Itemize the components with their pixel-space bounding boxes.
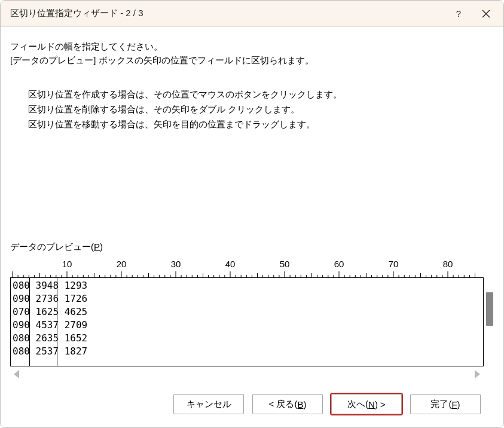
close-icon [482, 10, 490, 18]
instruction-line-1: フィールドの幅を指定してください。 [10, 41, 494, 53]
finish-button[interactable]: 完了(F) [410, 394, 481, 414]
ruler-number: 60 [334, 259, 344, 269]
preview-label: データのプレビュー(P) [10, 241, 494, 253]
ruler-number: 40 [225, 259, 236, 269]
cancel-button[interactable]: キャンセル [173, 394, 244, 414]
scroll-right-icon[interactable] [475, 370, 480, 378]
sub-instruction-3: 区切り位置を移動する場合は、矢印を目的の位置までドラッグします。 [28, 119, 494, 130]
preview-area-wrap: 1020304050607080 080 3948 1293 090 2736 … [10, 256, 494, 382]
ruler[interactable]: 1020304050607080 [10, 259, 484, 278]
instruction-line-2: [データのプレビュー] ボックスの矢印の位置でフィールドに区切られます。 [10, 55, 494, 66]
preview-area[interactable]: 1020304050607080 080 3948 1293 090 2736 … [10, 259, 494, 366]
next-button[interactable]: 次へ(N) > [331, 394, 402, 414]
instructions: フィールドの幅を指定してください。 [データのプレビュー] ボックスの矢印の位置… [10, 39, 494, 69]
ruler-number: 80 [443, 259, 453, 269]
footer: キャンセル < 戻る(B) 次へ(N) > 完了(F) [10, 382, 494, 427]
back-button[interactable]: < 戻る(B) [252, 394, 323, 414]
data-rows: 080 3948 1293 090 2736 1726 070 1625 462… [11, 278, 483, 358]
ruler-number: 50 [280, 259, 290, 269]
window-title: 区切り位置指定ウィザード - 2 / 3 [10, 8, 445, 19]
sub-instructions: 区切り位置を作成する場合は、その位置でマウスのボタンをクリックします。 区切り位… [10, 85, 494, 134]
scrollbar-thumb[interactable] [486, 292, 493, 326]
horizontal-scrollbar[interactable] [10, 370, 484, 382]
data-box[interactable]: 080 3948 1293 090 2736 1726 070 1625 462… [10, 278, 484, 366]
sub-instruction-2: 区切り位置を削除する場合は、その矢印をダブル クリックします。 [28, 104, 494, 115]
close-button[interactable] [472, 1, 500, 27]
wizard-dialog: 区切り位置指定ウィザード - 2 / 3 ? フィールドの幅を指定してください。… [0, 0, 504, 428]
sub-instruction-1: 区切り位置を作成する場合は、その位置でマウスのボタンをクリックします。 [28, 89, 494, 100]
title-bar: 区切り位置指定ウィザード - 2 / 3 ? [1, 1, 503, 27]
scroll-left-icon[interactable] [14, 370, 19, 378]
help-icon: ? [456, 8, 461, 19]
ruler-number: 10 [62, 259, 72, 269]
help-button[interactable]: ? [445, 1, 472, 27]
ruler-number: 20 [117, 259, 127, 269]
vertical-scrollbar[interactable] [484, 278, 495, 366]
ruler-number: 70 [389, 259, 399, 269]
dialog-body: フィールドの幅を指定してください。 [データのプレビュー] ボックスの矢印の位置… [1, 27, 503, 427]
ruler-number: 30 [171, 259, 181, 269]
